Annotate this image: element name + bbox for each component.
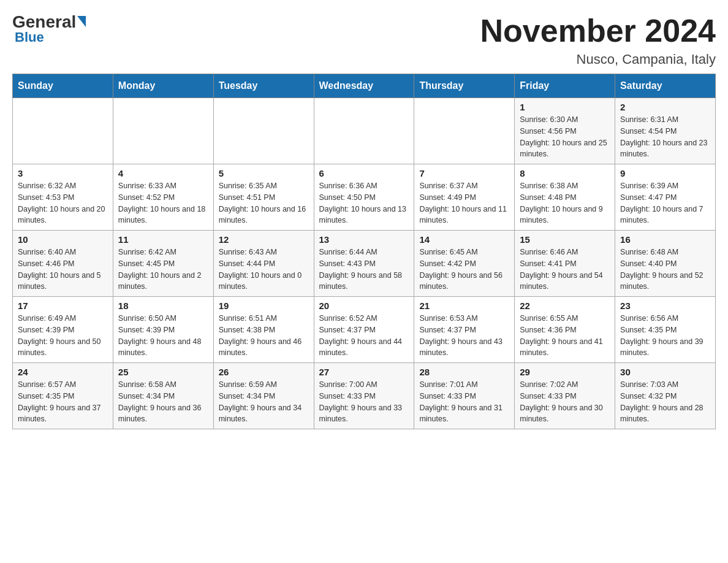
- calendar-cell: [13, 98, 113, 164]
- day-number: 28: [419, 367, 509, 377]
- logo-blue-text: Blue: [12, 29, 44, 45]
- day-number: 19: [219, 301, 309, 311]
- day-info: Sunrise: 6:36 AMSunset: 4:50 PMDaylight:…: [319, 180, 409, 226]
- calendar-cell: 28Sunrise: 7:01 AMSunset: 4:33 PMDayligh…: [414, 363, 515, 429]
- weekday-header-sunday: Sunday: [13, 74, 113, 98]
- day-number: 11: [118, 234, 208, 245]
- day-info: Sunrise: 6:32 AMSunset: 4:53 PMDaylight:…: [18, 180, 108, 226]
- calendar-cell: 2Sunrise: 6:31 AMSunset: 4:54 PMDaylight…: [615, 98, 716, 164]
- page-header: General Blue November 2024 Nusco, Campan…: [12, 12, 716, 67]
- calendar-cell: 23Sunrise: 6:56 AMSunset: 4:35 PMDayligh…: [615, 297, 716, 363]
- day-number: 16: [620, 234, 710, 245]
- day-info: Sunrise: 6:55 AMSunset: 4:36 PMDaylight:…: [520, 313, 610, 359]
- day-number: 12: [219, 234, 309, 245]
- day-number: 24: [18, 367, 108, 377]
- day-info: Sunrise: 6:59 AMSunset: 4:34 PMDaylight:…: [219, 379, 309, 425]
- day-number: 5: [219, 168, 309, 178]
- day-info: Sunrise: 6:48 AMSunset: 4:40 PMDaylight:…: [620, 247, 710, 293]
- day-info: Sunrise: 6:57 AMSunset: 4:35 PMDaylight:…: [18, 379, 108, 425]
- calendar-cell: [414, 98, 515, 164]
- day-number: 21: [419, 301, 509, 311]
- weekday-header-row: SundayMondayTuesdayWednesdayThursdayFrid…: [13, 74, 716, 98]
- day-info: Sunrise: 6:45 AMSunset: 4:42 PMDaylight:…: [419, 247, 509, 293]
- day-number: 23: [620, 301, 710, 311]
- day-info: Sunrise: 7:01 AMSunset: 4:33 PMDaylight:…: [419, 379, 509, 425]
- day-number: 29: [520, 367, 610, 377]
- day-number: 27: [319, 367, 409, 377]
- calendar-cell: 24Sunrise: 6:57 AMSunset: 4:35 PMDayligh…: [13, 363, 113, 429]
- title-block: November 2024 Nusco, Campania, Italy: [480, 12, 716, 67]
- day-number: 30: [620, 367, 710, 377]
- calendar-week-row: 10Sunrise: 6:40 AMSunset: 4:46 PMDayligh…: [13, 231, 716, 297]
- day-info: Sunrise: 6:35 AMSunset: 4:51 PMDaylight:…: [219, 180, 309, 226]
- day-info: Sunrise: 6:44 AMSunset: 4:43 PMDaylight:…: [319, 247, 409, 293]
- calendar-cell: 4Sunrise: 6:33 AMSunset: 4:52 PMDaylight…: [113, 164, 213, 231]
- day-number: 15: [520, 234, 610, 245]
- calendar-cell: 25Sunrise: 6:58 AMSunset: 4:34 PMDayligh…: [113, 363, 213, 429]
- calendar-cell: 29Sunrise: 7:02 AMSunset: 4:33 PMDayligh…: [515, 363, 615, 429]
- calendar-cell: 17Sunrise: 6:49 AMSunset: 4:39 PMDayligh…: [13, 297, 113, 363]
- day-number: 10: [18, 234, 108, 245]
- calendar-cell: [314, 98, 414, 164]
- weekday-header-wednesday: Wednesday: [314, 74, 414, 98]
- day-number: 3: [18, 168, 108, 178]
- weekday-header-monday: Monday: [113, 74, 213, 98]
- day-number: 22: [520, 301, 610, 311]
- day-info: Sunrise: 6:50 AMSunset: 4:39 PMDaylight:…: [118, 313, 208, 359]
- calendar-cell: 30Sunrise: 7:03 AMSunset: 4:32 PMDayligh…: [615, 363, 716, 429]
- calendar-cell: 1Sunrise: 6:30 AMSunset: 4:56 PMDaylight…: [515, 98, 615, 164]
- calendar-cell: 22Sunrise: 6:55 AMSunset: 4:36 PMDayligh…: [515, 297, 615, 363]
- day-info: Sunrise: 6:30 AMSunset: 4:56 PMDaylight:…: [520, 114, 610, 160]
- calendar-week-row: 1Sunrise: 6:30 AMSunset: 4:56 PMDaylight…: [13, 98, 716, 164]
- calendar-cell: 16Sunrise: 6:48 AMSunset: 4:40 PMDayligh…: [615, 231, 716, 297]
- calendar-cell: 27Sunrise: 7:00 AMSunset: 4:33 PMDayligh…: [314, 363, 414, 429]
- day-number: 13: [319, 234, 409, 245]
- day-number: 7: [419, 168, 509, 178]
- day-number: 26: [219, 367, 309, 377]
- calendar-cell: 8Sunrise: 6:38 AMSunset: 4:48 PMDaylight…: [515, 164, 615, 231]
- logo: General Blue: [12, 12, 86, 45]
- weekday-header-saturday: Saturday: [615, 74, 716, 98]
- day-number: 25: [118, 367, 208, 377]
- calendar-cell: 6Sunrise: 6:36 AMSunset: 4:50 PMDaylight…: [314, 164, 414, 231]
- day-info: Sunrise: 6:51 AMSunset: 4:38 PMDaylight:…: [219, 313, 309, 359]
- day-info: Sunrise: 6:52 AMSunset: 4:37 PMDaylight:…: [319, 313, 409, 359]
- day-info: Sunrise: 6:58 AMSunset: 4:34 PMDaylight:…: [118, 379, 208, 425]
- calendar-cell: 20Sunrise: 6:52 AMSunset: 4:37 PMDayligh…: [314, 297, 414, 363]
- day-info: Sunrise: 6:33 AMSunset: 4:52 PMDaylight:…: [118, 180, 208, 226]
- day-number: 9: [620, 168, 710, 178]
- calendar-cell: 18Sunrise: 6:50 AMSunset: 4:39 PMDayligh…: [113, 297, 213, 363]
- day-number: 1: [520, 102, 610, 112]
- calendar-cell: 21Sunrise: 6:53 AMSunset: 4:37 PMDayligh…: [414, 297, 515, 363]
- calendar-cell: 19Sunrise: 6:51 AMSunset: 4:38 PMDayligh…: [213, 297, 314, 363]
- calendar-cell: 11Sunrise: 6:42 AMSunset: 4:45 PMDayligh…: [113, 231, 213, 297]
- day-info: Sunrise: 6:43 AMSunset: 4:44 PMDaylight:…: [219, 247, 309, 293]
- calendar-table: SundayMondayTuesdayWednesdayThursdayFrid…: [12, 74, 716, 429]
- day-number: 6: [319, 168, 409, 178]
- day-info: Sunrise: 6:49 AMSunset: 4:39 PMDaylight:…: [18, 313, 108, 359]
- calendar-cell: 14Sunrise: 6:45 AMSunset: 4:42 PMDayligh…: [414, 231, 515, 297]
- day-info: Sunrise: 7:03 AMSunset: 4:32 PMDaylight:…: [620, 379, 710, 425]
- weekday-header-tuesday: Tuesday: [213, 74, 314, 98]
- calendar-cell: 26Sunrise: 6:59 AMSunset: 4:34 PMDayligh…: [213, 363, 314, 429]
- calendar-week-row: 3Sunrise: 6:32 AMSunset: 4:53 PMDaylight…: [13, 164, 716, 231]
- day-info: Sunrise: 6:31 AMSunset: 4:54 PMDaylight:…: [620, 114, 710, 160]
- day-info: Sunrise: 6:40 AMSunset: 4:46 PMDaylight:…: [18, 247, 108, 293]
- calendar-cell: [213, 98, 314, 164]
- day-number: 18: [118, 301, 208, 311]
- calendar-title: November 2024: [480, 12, 716, 49]
- calendar-cell: 3Sunrise: 6:32 AMSunset: 4:53 PMDaylight…: [13, 164, 113, 231]
- day-info: Sunrise: 6:42 AMSunset: 4:45 PMDaylight:…: [118, 247, 208, 293]
- weekday-header-thursday: Thursday: [414, 74, 515, 98]
- day-info: Sunrise: 6:56 AMSunset: 4:35 PMDaylight:…: [620, 313, 710, 359]
- logo-triangle-icon: [77, 16, 86, 27]
- calendar-cell: 13Sunrise: 6:44 AMSunset: 4:43 PMDayligh…: [314, 231, 414, 297]
- day-number: 8: [520, 168, 610, 178]
- day-number: 4: [118, 168, 208, 178]
- day-number: 17: [18, 301, 108, 311]
- day-info: Sunrise: 7:02 AMSunset: 4:33 PMDaylight:…: [520, 379, 610, 425]
- calendar-cell: 12Sunrise: 6:43 AMSunset: 4:44 PMDayligh…: [213, 231, 314, 297]
- calendar-cell: [113, 98, 213, 164]
- calendar-week-row: 24Sunrise: 6:57 AMSunset: 4:35 PMDayligh…: [13, 363, 716, 429]
- day-info: Sunrise: 6:53 AMSunset: 4:37 PMDaylight:…: [419, 313, 509, 359]
